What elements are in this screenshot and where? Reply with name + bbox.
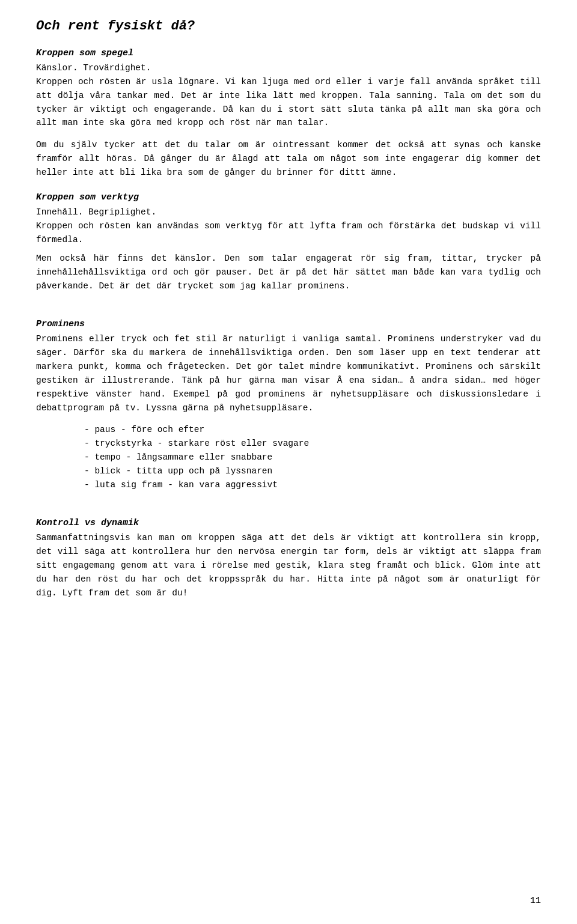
list-item: luta sig fram - kan vara aggressivt — [84, 478, 541, 492]
prominens-list: paus - före och efter tryckstyrka - star… — [84, 423, 541, 492]
main-title: Och rent fysiskt då? — [36, 18, 541, 35]
paragraph-kontroll-body: Sammanfattningsvis kan man om kroppen sä… — [36, 531, 541, 600]
paragraph-kanslor: Känslor. Trovärdighet. — [36, 61, 541, 75]
paragraph-men-ocksa: Men också här finns det känslor. Den som… — [36, 252, 541, 293]
list-item: tryckstyrka - starkare röst eller svagar… — [84, 437, 541, 451]
paragraph-prominens-body: Prominens eller tryck och fet stil är na… — [36, 332, 541, 415]
paragraph-kroppen-losgnare: Kroppen och rösten är usla lögnare. Vi k… — [36, 75, 541, 130]
section-title-kroppen-som-spegel: Kroppen som spegel — [36, 46, 541, 60]
section-title-kontroll-vs-dynamik: Kontroll vs dynamik — [36, 516, 541, 530]
paragraph-om-du-sjalv: Om du själv tycker att det du talar om ä… — [36, 138, 541, 180]
list-item: tempo - långsammare eller snabbare — [84, 451, 541, 464]
page-number: 11 — [530, 896, 541, 906]
section-title-prominens: Prominens — [36, 317, 541, 331]
paragraph-innehall: Innehåll. Begriplighet. — [36, 205, 541, 219]
page-content: Och rent fysiskt då? Kroppen som spegel … — [36, 18, 541, 600]
list-item: paus - före och efter — [84, 423, 541, 437]
section-title-kroppen-som-verktyg: Kroppen som verktyg — [36, 190, 541, 204]
list-item: blick - titta upp och på lyssnaren — [84, 464, 541, 478]
paragraph-kroppen-verktyg: Kroppen och rösten kan användas som verk… — [36, 219, 541, 247]
